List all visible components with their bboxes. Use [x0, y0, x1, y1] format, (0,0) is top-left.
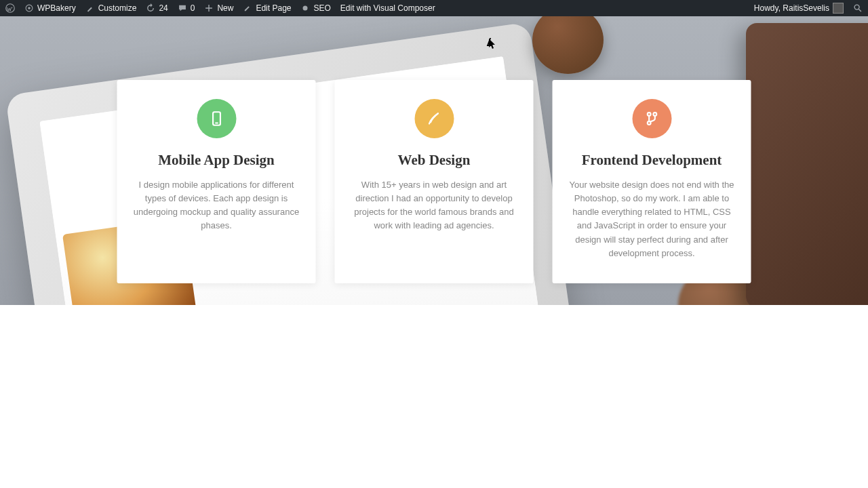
svg-point-4 — [854, 5, 859, 9]
admin-bar-left: WPBakery Customize 24 0 New Edit Page SE… — [5, 3, 435, 13]
seo-label: SEO — [313, 3, 330, 13]
wp-logo[interactable] — [5, 3, 15, 13]
plus-icon — [204, 3, 214, 13]
svg-point-3 — [303, 6, 308, 11]
seo-dot-icon — [300, 3, 310, 13]
card-body: With 15+ years in web design and art dir… — [351, 178, 517, 233]
comments-count: 0 — [191, 3, 195, 13]
seo-link[interactable]: SEO — [300, 3, 330, 13]
avatar — [833, 3, 844, 14]
edit-page-link[interactable]: Edit Page — [243, 3, 291, 13]
search-toggle[interactable] — [853, 3, 863, 13]
comment-icon — [178, 3, 187, 13]
refresh-icon — [146, 3, 155, 13]
search-icon — [853, 3, 863, 13]
git-icon — [643, 110, 660, 127]
service-card-frontend: Frontend Development Your website design… — [553, 80, 751, 283]
site-name-label: WPBakery — [37, 3, 76, 13]
customize-label: Customize — [98, 3, 137, 13]
hero-section: Mobile App Design I design mobile applic… — [0, 16, 868, 305]
pencil-icon — [243, 3, 252, 13]
card-title: Web Design — [351, 152, 517, 169]
greeting-label: Howdy, RaitisSevelis — [754, 3, 829, 13]
admin-bar-right: Howdy, RaitisSevelis — [754, 3, 863, 14]
service-card-web: Web Design With 15+ years in web design … — [335, 80, 534, 283]
web-icon-circle — [414, 99, 454, 138]
edit-vc-link[interactable]: Edit with Visual Composer — [340, 3, 435, 13]
card-title: Mobile App Design — [134, 152, 300, 169]
card-body: I design mobile applications for differe… — [134, 178, 300, 233]
comments-link[interactable]: 0 — [178, 3, 195, 13]
new-label: New — [217, 3, 233, 13]
updates-count: 24 — [159, 3, 167, 13]
brush-stroke-icon — [425, 110, 443, 127]
card-title: Frontend Development — [569, 152, 735, 169]
wp-admin-bar: WPBakery Customize 24 0 New Edit Page SE… — [0, 0, 868, 16]
user-greeting[interactable]: Howdy, RaitisSevelis — [754, 3, 844, 14]
svg-point-9 — [647, 121, 650, 125]
phone-icon — [208, 110, 225, 127]
brush-icon — [85, 3, 95, 13]
svg-point-8 — [653, 113, 656, 116]
svg-point-2 — [28, 7, 31, 9]
wordpress-icon — [5, 3, 15, 13]
edit-page-label: Edit Page — [256, 3, 291, 13]
wallet-prop — [746, 23, 868, 305]
service-card-mobile: Mobile App Design I design mobile applic… — [117, 80, 316, 283]
service-cards-row: Mobile App Design I design mobile applic… — [117, 80, 751, 283]
card-body: Your website design does not end with th… — [569, 178, 735, 260]
svg-point-7 — [647, 113, 650, 116]
new-content-link[interactable]: New — [204, 3, 233, 13]
home-icon — [24, 3, 34, 13]
edit-vc-label: Edit with Visual Composer — [340, 3, 435, 13]
customize-link[interactable]: Customize — [85, 3, 137, 13]
frontend-icon-circle — [632, 99, 671, 138]
mobile-icon-circle — [197, 99, 236, 138]
updates-link[interactable]: 24 — [146, 3, 167, 13]
site-name-link[interactable]: WPBakery — [24, 3, 76, 13]
